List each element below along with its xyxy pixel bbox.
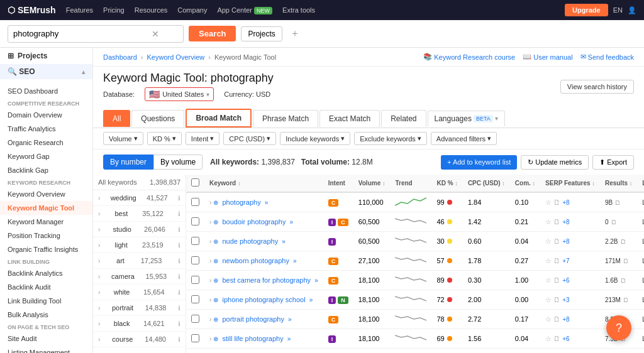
keyword-course-link[interactable]: 📚 Keyword Research course xyxy=(423,53,515,61)
sidebar-item-seo[interactable]: 🔍 SEO ▴ xyxy=(0,64,92,79)
nav-app-center[interactable]: App Center NEW xyxy=(217,6,272,14)
row-checkbox[interactable] xyxy=(191,217,199,225)
export-button[interactable]: ⬆ Export xyxy=(592,155,634,170)
search-button[interactable]: Search xyxy=(189,26,236,41)
keyword-link[interactable]: nude photography xyxy=(222,237,278,245)
th-trend[interactable]: Trend xyxy=(390,175,431,192)
list-item[interactable]: › best 35,122 ℹ xyxy=(93,206,186,222)
sidebar-item-organic-research[interactable]: Organic Research xyxy=(0,136,92,149)
projects-button[interactable]: Projects xyxy=(241,26,282,41)
row-checkbox[interactable] xyxy=(191,256,199,264)
sidebar-item-keyword-gap[interactable]: Keyword Gap xyxy=(0,149,92,163)
kd-filter[interactable]: KD % ▾ xyxy=(147,132,182,145)
sidebar-item-traffic-analytics[interactable]: Traffic Analytics xyxy=(0,122,92,136)
list-item[interactable]: › portrait 14,838 ℹ xyxy=(93,300,186,316)
by-volume-button[interactable]: By volume xyxy=(153,155,203,170)
sidebar-item-backlink-gap[interactable]: Backlink Gap xyxy=(0,163,92,177)
keyword-link[interactable]: still life photography xyxy=(222,335,283,342)
sidebar-item-listing-mgmt[interactable]: Listing Management xyxy=(0,345,92,353)
breadcrumb-keyword-overview[interactable]: Keyword Overview xyxy=(147,53,205,61)
expand-row-icon[interactable]: › xyxy=(209,219,211,225)
list-item[interactable]: › white 15,654 ℹ xyxy=(93,285,186,300)
tab-related[interactable]: Related xyxy=(381,110,426,127)
nav-company[interactable]: Company xyxy=(177,6,207,14)
th-volume[interactable]: Volume ↕ xyxy=(353,175,391,192)
user-menu[interactable]: 👤 xyxy=(628,6,636,14)
row-checkbox[interactable] xyxy=(191,276,199,284)
send-feedback-link[interactable]: ✉ Send feedback xyxy=(580,53,634,61)
th-cpc[interactable]: CPC (USD) ↕ xyxy=(463,175,510,192)
expand-row-icon[interactable]: › xyxy=(209,238,211,245)
add-tab-icon[interactable]: ＋ xyxy=(290,27,300,40)
list-item[interactable]: › camera 15,953 ℹ xyxy=(93,269,186,285)
add-to-keyword-list-button[interactable]: + Add to keyword list xyxy=(441,155,517,170)
sidebar-item-position-tracking[interactable]: Position Tracking xyxy=(0,229,92,242)
list-item[interactable]: › course 14,480 ℹ xyxy=(93,332,186,347)
th-last-update[interactable]: Last Update ↕ xyxy=(637,175,644,192)
th-keyword[interactable]: Keyword ↕ xyxy=(204,175,323,192)
expand-row-icon[interactable]: › xyxy=(209,199,211,206)
th-com[interactable]: Com. ↕ xyxy=(510,175,540,192)
sidebar-item-keyword-manager[interactable]: Keyword Manager xyxy=(0,215,92,229)
show-more-button[interactable]: Show more xyxy=(93,347,186,353)
nav-extra-tools[interactable]: Extra tools xyxy=(282,6,315,14)
row-checkbox[interactable] xyxy=(191,198,199,206)
view-history-button[interactable]: View search history xyxy=(560,80,634,94)
list-item[interactable]: › wedding 41,527 ℹ xyxy=(93,190,186,206)
nav-features[interactable]: Features xyxy=(66,6,93,14)
keyword-link[interactable]: iphone photography school xyxy=(222,296,305,303)
expand-row-icon[interactable]: › xyxy=(209,296,211,303)
sidebar-item-backlink-audit[interactable]: Backlink Audit xyxy=(0,280,92,294)
expand-row-icon[interactable]: › xyxy=(209,335,211,342)
sidebar-item-backlink-analytics[interactable]: Backlink Analytics xyxy=(0,266,92,280)
expand-row-icon[interactable]: › xyxy=(209,316,211,323)
list-item[interactable]: › art 17,253 ℹ xyxy=(93,253,186,269)
logo[interactable]: ⬡SEMrush xyxy=(8,5,56,15)
row-checkbox[interactable] xyxy=(191,334,199,342)
by-number-button[interactable]: By number xyxy=(103,155,153,170)
intent-filter[interactable]: Intent ▾ xyxy=(186,132,220,145)
keyword-link[interactable]: best camera for photography xyxy=(222,276,311,284)
keyword-link[interactable]: photography xyxy=(222,198,260,206)
th-kd[interactable]: KD % ↕ xyxy=(431,175,462,192)
help-fab[interactable]: ? xyxy=(606,315,631,340)
expand-row-icon[interactable]: › xyxy=(209,277,211,284)
search-input[interactable] xyxy=(13,29,152,38)
select-all-checkbox[interactable] xyxy=(191,178,199,187)
sidebar-item-site-audit[interactable]: Site Audit xyxy=(0,332,92,345)
breadcrumb-dashboard[interactable]: Dashboard xyxy=(103,53,137,61)
list-item[interactable]: › studio 26,046 ℹ xyxy=(93,222,186,237)
th-results[interactable]: Results ↕ xyxy=(600,175,637,192)
nav-resources[interactable]: Resources xyxy=(135,6,168,14)
list-item[interactable]: › light 23,519 ℹ xyxy=(93,237,186,253)
sidebar-item-seo-dashboard[interactable]: SEO Dashboard xyxy=(0,84,92,98)
update-metrics-button[interactable]: ↻ Update metrics xyxy=(521,155,589,170)
expand-row-icon[interactable]: › xyxy=(209,258,211,264)
tab-phrase-match[interactable]: Phrase Match xyxy=(253,110,318,127)
sidebar-item-projects[interactable]: ⊞Projects xyxy=(0,48,92,64)
tab-exact-match[interactable]: Exact Match xyxy=(319,110,380,127)
keyword-link[interactable]: newborn photography xyxy=(222,257,289,264)
tab-questions[interactable]: Questions xyxy=(131,110,184,127)
sidebar-item-keyword-magic-tool[interactable]: Keyword Magic Tool xyxy=(0,201,92,215)
upgrade-button[interactable]: Upgrade xyxy=(565,4,608,16)
advanced-filters[interactable]: Advanced filters ▾ xyxy=(431,132,497,145)
clear-search-icon[interactable]: ✕ xyxy=(152,29,159,39)
keyword-link[interactable]: portrait photography xyxy=(222,315,284,323)
cpc-filter[interactable]: CPC (USD) ▾ xyxy=(223,132,276,145)
row-checkbox[interactable] xyxy=(191,315,199,323)
tab-broad-match[interactable]: Broad Match xyxy=(186,109,252,128)
volume-filter[interactable]: Volume ▾ xyxy=(103,132,143,145)
nav-pricing[interactable]: Pricing xyxy=(103,6,125,14)
language-selector[interactable]: EN xyxy=(613,6,623,14)
sidebar-item-bulk-analysis[interactable]: Bulk Analysis xyxy=(0,308,92,322)
include-keywords-filter[interactable]: Include keywords ▾ xyxy=(280,132,350,145)
th-serp[interactable]: SERP Features ↕ xyxy=(540,175,600,192)
user-manual-link[interactable]: 📖 User manual xyxy=(523,53,572,61)
row-checkbox[interactable] xyxy=(191,295,199,303)
sidebar-item-organic-traffic[interactable]: Organic Traffic Insights xyxy=(0,242,92,256)
row-checkbox[interactable] xyxy=(191,237,199,245)
sidebar-item-domain-overview[interactable]: Domain Overview xyxy=(0,108,92,122)
th-intent[interactable]: Intent xyxy=(323,175,353,192)
list-item[interactable]: › black 14,621 ℹ xyxy=(93,316,186,332)
